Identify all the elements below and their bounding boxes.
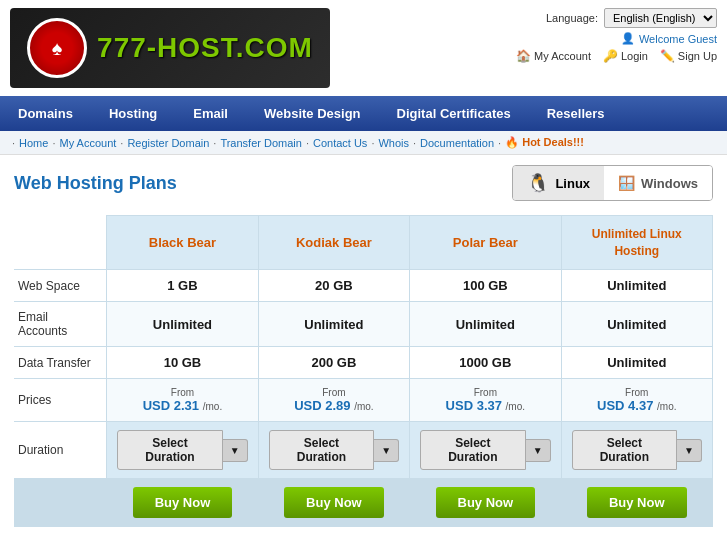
top-bar: ♠ 777-HOST.COM Language: English (Englis… bbox=[0, 0, 727, 96]
language-select[interactable]: English (English) bbox=[604, 8, 717, 28]
breadcrumb: · Home · My Account · Register Domain · … bbox=[0, 131, 727, 155]
val-price-unlimited: From USD 4.37 /mo. bbox=[561, 379, 712, 422]
val-price-black: From USD 2.31 /mo. bbox=[107, 379, 258, 422]
duration-selector-kodiak: Select Duration ▼ bbox=[269, 430, 399, 470]
duration-selector-unlimited: Select Duration ▼ bbox=[572, 430, 702, 470]
duration-arrow-polar[interactable]: ▼ bbox=[526, 439, 551, 462]
breadcrumb-myaccount[interactable]: My Account bbox=[59, 137, 116, 149]
duration-select-black[interactable]: Select Duration bbox=[117, 430, 223, 470]
signup-link[interactable]: ✏️ Sign Up bbox=[660, 49, 717, 63]
duration-select-polar[interactable]: Select Duration bbox=[420, 430, 526, 470]
duration-select-kodiak[interactable]: Select Duration bbox=[269, 430, 375, 470]
price-amount-unlimited: USD 4.37 bbox=[597, 398, 653, 413]
nav-domains[interactable]: Domains bbox=[0, 96, 91, 131]
nav-hosting[interactable]: Hosting bbox=[91, 96, 175, 131]
label-email-accounts: Email Accounts bbox=[14, 302, 107, 347]
os-tabs: 🐧 Linux 🪟 Windows bbox=[512, 165, 713, 201]
duration-select-unlimited[interactable]: Select Duration bbox=[572, 430, 678, 470]
nav-resellers[interactable]: Resellers bbox=[529, 96, 623, 131]
price-from-unlimited: From bbox=[572, 387, 702, 398]
login-icon: 🔑 bbox=[603, 49, 618, 63]
col-header-black-bear: Black Bear bbox=[107, 216, 258, 270]
val-price-kodiak: From USD 2.89 /mo. bbox=[258, 379, 409, 422]
val-webspace-unlimited: Unlimited bbox=[561, 270, 712, 302]
tab-windows[interactable]: 🪟 Windows bbox=[604, 166, 712, 200]
tab-linux[interactable]: 🐧 Linux bbox=[513, 166, 604, 200]
nav-digital-certs[interactable]: Digital Certificates bbox=[379, 96, 529, 131]
nav-email[interactable]: Email bbox=[175, 96, 246, 131]
price-per-black: /mo. bbox=[203, 401, 222, 412]
duration-arrow-black[interactable]: ▼ bbox=[223, 439, 248, 462]
buy-cell-kodiak: Buy Now bbox=[258, 479, 409, 527]
plan-name-polar: Polar Bear bbox=[453, 235, 518, 250]
buy-button-polar[interactable]: Buy Now bbox=[436, 487, 536, 518]
signup-label: Sign Up bbox=[678, 50, 717, 62]
val-duration-unlimited: Select Duration ▼ bbox=[561, 422, 712, 479]
buy-cell-black: Buy Now bbox=[107, 479, 258, 527]
val-email-black: Unlimited bbox=[107, 302, 258, 347]
account-links: 🏠 My Account 🔑 Login ✏️ Sign Up bbox=[516, 49, 717, 63]
val-duration-kodiak: Select Duration ▼ bbox=[258, 422, 409, 479]
nav-website-design[interactable]: Website Design bbox=[246, 96, 379, 131]
duration-arrow-unlimited[interactable]: ▼ bbox=[677, 439, 702, 462]
duration-selector-polar: Select Duration ▼ bbox=[420, 430, 550, 470]
breadcrumb-home[interactable]: Home bbox=[19, 137, 48, 149]
page-header: Web Hosting Plans 🐧 Linux 🪟 Windows bbox=[14, 165, 713, 201]
logo: ♠ 777-HOST.COM bbox=[10, 8, 330, 88]
user-icon: 👤 bbox=[621, 32, 635, 45]
nav-bar: Domains Hosting Email Website Design Dig… bbox=[0, 96, 727, 131]
buy-button-black[interactable]: Buy Now bbox=[133, 487, 233, 518]
buy-cell-unlimited: Buy Now bbox=[561, 479, 712, 527]
val-duration-black: Select Duration ▼ bbox=[107, 422, 258, 479]
row-email-accounts: Email Accounts Unlimited Unlimited Unlim… bbox=[14, 302, 713, 347]
buy-cell-polar: Buy Now bbox=[410, 479, 561, 527]
val-webspace-black: 1 GB bbox=[107, 270, 258, 302]
windows-icon: 🪟 bbox=[618, 175, 635, 191]
plan-name-black: Black Bear bbox=[149, 235, 216, 250]
logo-shield: ♠ bbox=[27, 18, 87, 78]
val-transfer-polar: 1000 GB bbox=[410, 347, 561, 379]
col-header-kodiak-bear: Kodiak Bear bbox=[258, 216, 409, 270]
breadcrumb-docs[interactable]: Documentation bbox=[420, 137, 494, 149]
page-title: Web Hosting Plans bbox=[14, 173, 177, 194]
price-per-unlimited: /mo. bbox=[657, 401, 676, 412]
breadcrumb-hot-deals: 🔥 Hot Deals!!! bbox=[505, 136, 584, 149]
val-email-kodiak: Unlimited bbox=[258, 302, 409, 347]
row-web-space: Web Space 1 GB 20 GB 100 GB Unlimited bbox=[14, 270, 713, 302]
price-amount-black: USD 2.31 bbox=[143, 398, 199, 413]
price-per-kodiak: /mo. bbox=[354, 401, 373, 412]
label-web-space: Web Space bbox=[14, 270, 107, 302]
price-per-polar: /mo. bbox=[506, 401, 525, 412]
top-right-area: Language: English (English) 👤 Welcome Gu… bbox=[516, 8, 717, 63]
language-row: Language: English (English) bbox=[546, 8, 717, 28]
label-duration: Duration bbox=[14, 422, 107, 479]
language-label: Language: bbox=[546, 12, 598, 24]
breadcrumb-whois[interactable]: Whois bbox=[378, 137, 409, 149]
plan-name-unlimited: Unlimited LinuxHosting bbox=[592, 227, 682, 258]
val-duration-polar: Select Duration ▼ bbox=[410, 422, 561, 479]
val-email-unlimited: Unlimited bbox=[561, 302, 712, 347]
tab-windows-label: Windows bbox=[641, 176, 698, 191]
row-buy: Buy Now Buy Now Buy Now Buy Now bbox=[14, 479, 713, 527]
col-header-unlimited: Unlimited LinuxHosting bbox=[561, 216, 712, 270]
row-prices: Prices From USD 2.31 /mo. From USD 2.89 … bbox=[14, 379, 713, 422]
main-content: Web Hosting Plans 🐧 Linux 🪟 Windows Blac… bbox=[0, 155, 727, 537]
linux-icon: 🐧 bbox=[527, 172, 549, 194]
label-prices: Prices bbox=[14, 379, 107, 422]
duration-arrow-kodiak[interactable]: ▼ bbox=[374, 439, 399, 462]
breadcrumb-transfer[interactable]: Transfer Domain bbox=[220, 137, 302, 149]
row-duration: Duration Select Duration ▼ Select Durati… bbox=[14, 422, 713, 479]
price-from-black: From bbox=[117, 387, 247, 398]
buy-button-unlimited[interactable]: Buy Now bbox=[587, 487, 687, 518]
welcome-row: 👤 Welcome Guest bbox=[621, 32, 717, 45]
my-account-link[interactable]: 🏠 My Account bbox=[516, 49, 591, 63]
val-webspace-kodiak: 20 GB bbox=[258, 270, 409, 302]
breadcrumb-bullet: · bbox=[12, 137, 15, 149]
login-link[interactable]: 🔑 Login bbox=[603, 49, 648, 63]
breadcrumb-register[interactable]: Register Domain bbox=[127, 137, 209, 149]
breadcrumb-contact[interactable]: Contact Us bbox=[313, 137, 367, 149]
signup-icon: ✏️ bbox=[660, 49, 675, 63]
col-header-polar-bear: Polar Bear bbox=[410, 216, 561, 270]
price-from-polar: From bbox=[420, 387, 550, 398]
buy-button-kodiak[interactable]: Buy Now bbox=[284, 487, 384, 518]
